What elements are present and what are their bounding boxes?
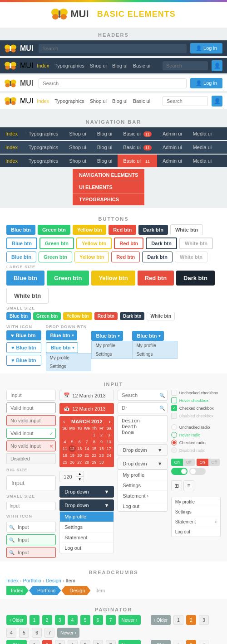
btn-yellow-2[interactable]: Yellow btn [76, 237, 112, 249]
pag-3-1b[interactable]: 3 [199, 615, 209, 625]
input-valid[interactable] [6, 428, 56, 439]
pag-newer-2[interactable]: Newer › [118, 640, 141, 644]
bc-colored-design[interactable]: Design [61, 586, 90, 595]
bc-colored-index[interactable]: Index [6, 586, 29, 595]
pag-7-1b[interactable]: 7 [44, 628, 54, 638]
cal-d11[interactable]: 11 [61, 445, 68, 452]
dropdown-dark-1[interactable]: Drop down ▼ [59, 486, 114, 498]
btn-red-2[interactable]: Red btn [114, 237, 143, 249]
btn-red-3[interactable]: Red btn [111, 252, 140, 262]
pag-4-1[interactable]: 4 [68, 615, 78, 625]
input-no-valid[interactable] [6, 415, 56, 426]
btn-white-large[interactable]: White btn [6, 288, 49, 304]
btn-yellow-1[interactable]: Yellow btn [73, 225, 106, 235]
btn-icon-blue-3[interactable]: ♥ Blue btn [6, 355, 41, 366]
pag-6-1b[interactable]: 6 [32, 628, 42, 638]
pag-3-1[interactable]: 3 [55, 615, 65, 625]
btn-blue-1[interactable]: Blue btn [6, 225, 35, 235]
btn-yellow-small[interactable]: Yellow btn [63, 312, 92, 320]
cal-d4[interactable]: 4 [61, 439, 68, 445]
pag-1-2b[interactable]: 1 [173, 640, 183, 644]
radio-checked-btn[interactable] [171, 440, 177, 445]
bc-colored-portfolio[interactable]: Portfolio [29, 586, 61, 595]
btn-green-1[interactable]: Green btn [38, 225, 70, 235]
pag-2-2[interactable]: 3 [42, 640, 52, 644]
nav2-blog[interactable]: Blog ui [92, 141, 118, 154]
pag-5-1b[interactable]: 5 [19, 628, 29, 638]
dropdown-light-2[interactable]: Drop down ▼ [118, 458, 167, 470]
btn-dark-large[interactable]: Dark btn [176, 271, 215, 286]
toggle-slider-on[interactable] [171, 468, 188, 475]
grid-view-icon[interactable]: ⊞ [171, 480, 182, 491]
nav3-index[interactable]: Index [0, 155, 23, 167]
dropdown-logout[interactable]: Log out [60, 543, 114, 553]
cal-d8[interactable]: 8 [91, 439, 98, 445]
pag-3-2b[interactable]: 3 [199, 640, 209, 644]
cal-d6[interactable]: 6 [76, 439, 83, 445]
pag-6-1[interactable]: 6 [93, 615, 103, 625]
btn-green-2[interactable]: Green btn [39, 237, 74, 249]
input-placeholder-valid[interactable] [6, 402, 56, 413]
dropdown-light-1[interactable]: Drop down ▼ [118, 444, 167, 456]
btn-blue-large[interactable]: Blue btn [6, 271, 44, 286]
cal-d9[interactable]: 9 [98, 439, 105, 445]
rd-settings[interactable]: Settings [172, 507, 220, 517]
btn-dark-1[interactable]: Dark btn [138, 225, 168, 235]
nav1-shop[interactable]: Shop ui [64, 127, 91, 140]
rd-myprofile[interactable]: My profile [172, 497, 220, 507]
cal-d24[interactable]: 24 [105, 452, 112, 459]
header4-user-icon[interactable]: 👤 [212, 96, 222, 107]
rd-logout[interactable]: Log out [172, 527, 220, 537]
cal-d17[interactable]: 17 [105, 445, 112, 452]
pag-2-2b[interactable]: 2 [186, 640, 196, 644]
input-default[interactable] [6, 390, 56, 401]
btn-green-large[interactable]: Green btn [47, 271, 89, 286]
pag-4-2[interactable]: 4 [68, 640, 78, 644]
dl-myprofile[interactable]: My profile [118, 470, 167, 480]
rd-statement[interactable]: Statement › [172, 517, 220, 527]
header3-login-button[interactable]: 👤 Log in [190, 78, 222, 88]
btn-white-3[interactable]: White btn [175, 252, 207, 262]
nav3-admin[interactable]: Admin ui [157, 155, 188, 167]
h2-nav-shop[interactable]: Shop ui [90, 63, 107, 68]
toggle-slider-off[interactable] [189, 468, 206, 475]
cal-d7[interactable]: 7 [84, 439, 90, 445]
pag-1-1[interactable]: 1 [30, 615, 39, 625]
pag-1-2[interactable]: 1 [30, 640, 39, 644]
h4-nav-typo[interactable]: Typographics [54, 98, 84, 104]
dm-myprofile-5[interactable]: My profile [133, 341, 177, 350]
cal-d27[interactable]: 27 [76, 459, 83, 465]
btn-white-2[interactable]: White btn [179, 237, 213, 249]
dropdown-typographics[interactable]: TYPOGRAPHICS [73, 194, 144, 205]
checkbox-checked-box[interactable]: ✓ [171, 405, 177, 411]
pag-2-1[interactable]: 2 [42, 615, 52, 625]
h2-nav-basic[interactable]: Basic ui [133, 63, 151, 68]
cal-d22[interactable]: 22 [91, 452, 98, 459]
nav2-typo[interactable]: Typographics [23, 141, 64, 154]
cal-d30[interactable]: 30 [98, 459, 105, 465]
pag-newer-1b[interactable]: Newer › [57, 628, 79, 638]
cal-prev-icon[interactable]: ‹ [63, 419, 65, 424]
dm-myprofile-2[interactable]: My profile [46, 353, 91, 362]
list-view-icon[interactable]: ≡ [183, 480, 194, 491]
cal-d25[interactable]: 25 [61, 459, 68, 465]
dm-settings-2[interactable]: Settings [46, 362, 91, 371]
pag-6-2[interactable]: 6 [93, 640, 103, 644]
btn-dropdown-blue-1[interactable]: Blue btn ▼ [46, 330, 78, 340]
header3-search[interactable] [39, 78, 187, 88]
nav2-index[interactable]: Index [0, 141, 23, 154]
cal-d3[interactable]: 3 [105, 432, 112, 438]
textarea-1[interactable]: Design Death Doom [118, 415, 167, 442]
toggle-on-off[interactable]: On Off [171, 459, 195, 466]
pag-5-2[interactable]: 5 [80, 640, 90, 644]
cal-d1[interactable]: 1 [91, 432, 98, 438]
btn-red-1[interactable]: Red btn [109, 225, 136, 235]
btn-blue-3[interactable]: Blue btn [6, 252, 36, 262]
btn-green-3[interactable]: Green btn [39, 252, 72, 262]
btn-blue-small[interactable]: Blue btn [6, 312, 31, 320]
btn-dropdown-blue-5[interactable]: Blue btn ▼ [132, 331, 164, 341]
pag-older-2b[interactable]: ‹ Older [151, 640, 171, 644]
cal-d2[interactable]: 2 [98, 432, 105, 438]
btn-dropdown-blue-2[interactable]: Blue btn ▼ [46, 342, 79, 353]
bc-design[interactable]: Design [46, 578, 61, 583]
